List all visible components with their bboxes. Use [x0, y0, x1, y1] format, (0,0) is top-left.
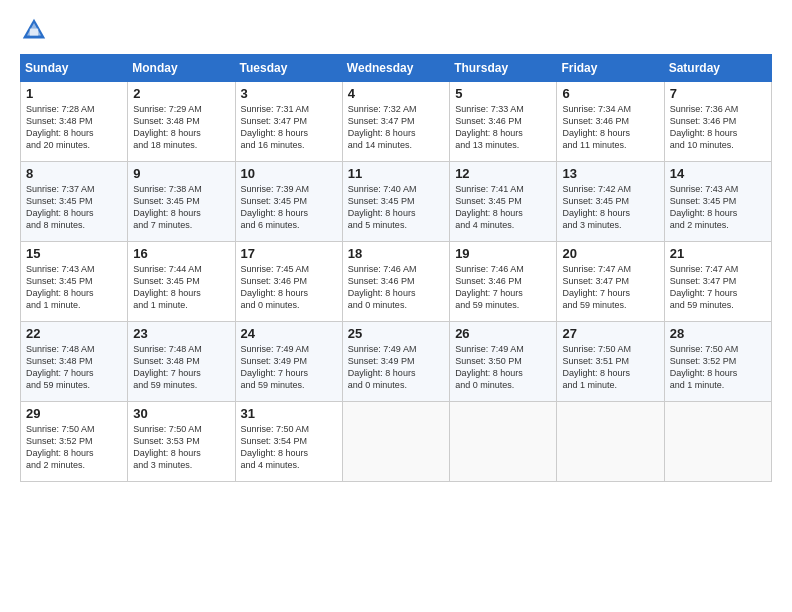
day-info: Sunrise: 7:50 AMSunset: 3:51 PMDaylight:… [562, 343, 658, 392]
day-info: Sunrise: 7:29 AMSunset: 3:48 PMDaylight:… [133, 103, 229, 152]
day-number: 18 [348, 246, 444, 261]
day-cell-31: 31Sunrise: 7:50 AMSunset: 3:54 PMDayligh… [235, 402, 342, 482]
day-info: Sunrise: 7:46 AMSunset: 3:46 PMDaylight:… [348, 263, 444, 312]
day-number: 30 [133, 406, 229, 421]
day-cell-15: 15Sunrise: 7:43 AMSunset: 3:45 PMDayligh… [21, 242, 128, 322]
day-info: Sunrise: 7:36 AMSunset: 3:46 PMDaylight:… [670, 103, 766, 152]
day-number: 26 [455, 326, 551, 341]
day-info: Sunrise: 7:41 AMSunset: 3:45 PMDaylight:… [455, 183, 551, 232]
col-header-saturday: Saturday [664, 55, 771, 82]
day-cell-25: 25Sunrise: 7:49 AMSunset: 3:49 PMDayligh… [342, 322, 449, 402]
day-info: Sunrise: 7:44 AMSunset: 3:45 PMDaylight:… [133, 263, 229, 312]
day-info: Sunrise: 7:46 AMSunset: 3:46 PMDaylight:… [455, 263, 551, 312]
day-number: 2 [133, 86, 229, 101]
day-number: 8 [26, 166, 122, 181]
day-number: 20 [562, 246, 658, 261]
day-number: 13 [562, 166, 658, 181]
day-info: Sunrise: 7:50 AMSunset: 3:52 PMDaylight:… [26, 423, 122, 472]
day-info: Sunrise: 7:40 AMSunset: 3:45 PMDaylight:… [348, 183, 444, 232]
day-info: Sunrise: 7:31 AMSunset: 3:47 PMDaylight:… [241, 103, 337, 152]
day-number: 5 [455, 86, 551, 101]
col-header-tuesday: Tuesday [235, 55, 342, 82]
day-cell-20: 20Sunrise: 7:47 AMSunset: 3:47 PMDayligh… [557, 242, 664, 322]
day-cell-13: 13Sunrise: 7:42 AMSunset: 3:45 PMDayligh… [557, 162, 664, 242]
day-info: Sunrise: 7:43 AMSunset: 3:45 PMDaylight:… [670, 183, 766, 232]
day-cell-1: 1Sunrise: 7:28 AMSunset: 3:48 PMDaylight… [21, 82, 128, 162]
header [20, 16, 772, 44]
day-number: 17 [241, 246, 337, 261]
day-number: 23 [133, 326, 229, 341]
day-cell-7: 7Sunrise: 7:36 AMSunset: 3:46 PMDaylight… [664, 82, 771, 162]
day-info: Sunrise: 7:37 AMSunset: 3:45 PMDaylight:… [26, 183, 122, 232]
day-info: Sunrise: 7:34 AMSunset: 3:46 PMDaylight:… [562, 103, 658, 152]
empty-cell [664, 402, 771, 482]
day-number: 3 [241, 86, 337, 101]
day-cell-16: 16Sunrise: 7:44 AMSunset: 3:45 PMDayligh… [128, 242, 235, 322]
day-info: Sunrise: 7:49 AMSunset: 3:49 PMDaylight:… [241, 343, 337, 392]
day-number: 31 [241, 406, 337, 421]
day-cell-4: 4Sunrise: 7:32 AMSunset: 3:47 PMDaylight… [342, 82, 449, 162]
day-number: 9 [133, 166, 229, 181]
day-info: Sunrise: 7:39 AMSunset: 3:45 PMDaylight:… [241, 183, 337, 232]
day-cell-12: 12Sunrise: 7:41 AMSunset: 3:45 PMDayligh… [450, 162, 557, 242]
day-number: 1 [26, 86, 122, 101]
day-number: 12 [455, 166, 551, 181]
day-number: 24 [241, 326, 337, 341]
day-number: 27 [562, 326, 658, 341]
day-cell-21: 21Sunrise: 7:47 AMSunset: 3:47 PMDayligh… [664, 242, 771, 322]
day-cell-22: 22Sunrise: 7:48 AMSunset: 3:48 PMDayligh… [21, 322, 128, 402]
day-number: 19 [455, 246, 551, 261]
day-cell-10: 10Sunrise: 7:39 AMSunset: 3:45 PMDayligh… [235, 162, 342, 242]
empty-cell [342, 402, 449, 482]
day-cell-11: 11Sunrise: 7:40 AMSunset: 3:45 PMDayligh… [342, 162, 449, 242]
day-info: Sunrise: 7:38 AMSunset: 3:45 PMDaylight:… [133, 183, 229, 232]
day-number: 22 [26, 326, 122, 341]
day-cell-8: 8Sunrise: 7:37 AMSunset: 3:45 PMDaylight… [21, 162, 128, 242]
day-cell-17: 17Sunrise: 7:45 AMSunset: 3:46 PMDayligh… [235, 242, 342, 322]
day-info: Sunrise: 7:33 AMSunset: 3:46 PMDaylight:… [455, 103, 551, 152]
empty-cell [450, 402, 557, 482]
day-cell-5: 5Sunrise: 7:33 AMSunset: 3:46 PMDaylight… [450, 82, 557, 162]
col-header-friday: Friday [557, 55, 664, 82]
day-info: Sunrise: 7:47 AMSunset: 3:47 PMDaylight:… [562, 263, 658, 312]
day-cell-27: 27Sunrise: 7:50 AMSunset: 3:51 PMDayligh… [557, 322, 664, 402]
day-info: Sunrise: 7:50 AMSunset: 3:54 PMDaylight:… [241, 423, 337, 472]
logo-icon [20, 16, 48, 44]
col-header-monday: Monday [128, 55, 235, 82]
day-number: 4 [348, 86, 444, 101]
day-cell-6: 6Sunrise: 7:34 AMSunset: 3:46 PMDaylight… [557, 82, 664, 162]
week-row-2: 8Sunrise: 7:37 AMSunset: 3:45 PMDaylight… [21, 162, 772, 242]
header-row: SundayMondayTuesdayWednesdayThursdayFrid… [21, 55, 772, 82]
day-info: Sunrise: 7:50 AMSunset: 3:53 PMDaylight:… [133, 423, 229, 472]
day-number: 28 [670, 326, 766, 341]
logo [20, 16, 52, 44]
day-info: Sunrise: 7:43 AMSunset: 3:45 PMDaylight:… [26, 263, 122, 312]
col-header-sunday: Sunday [21, 55, 128, 82]
day-number: 11 [348, 166, 444, 181]
day-info: Sunrise: 7:49 AMSunset: 3:49 PMDaylight:… [348, 343, 444, 392]
day-number: 7 [670, 86, 766, 101]
day-number: 29 [26, 406, 122, 421]
page: SundayMondayTuesdayWednesdayThursdayFrid… [0, 0, 792, 612]
day-cell-18: 18Sunrise: 7:46 AMSunset: 3:46 PMDayligh… [342, 242, 449, 322]
day-cell-14: 14Sunrise: 7:43 AMSunset: 3:45 PMDayligh… [664, 162, 771, 242]
day-cell-30: 30Sunrise: 7:50 AMSunset: 3:53 PMDayligh… [128, 402, 235, 482]
day-cell-29: 29Sunrise: 7:50 AMSunset: 3:52 PMDayligh… [21, 402, 128, 482]
day-info: Sunrise: 7:47 AMSunset: 3:47 PMDaylight:… [670, 263, 766, 312]
col-header-thursday: Thursday [450, 55, 557, 82]
day-info: Sunrise: 7:28 AMSunset: 3:48 PMDaylight:… [26, 103, 122, 152]
day-number: 14 [670, 166, 766, 181]
calendar-table: SundayMondayTuesdayWednesdayThursdayFrid… [20, 54, 772, 482]
day-info: Sunrise: 7:48 AMSunset: 3:48 PMDaylight:… [133, 343, 229, 392]
week-row-1: 1Sunrise: 7:28 AMSunset: 3:48 PMDaylight… [21, 82, 772, 162]
day-number: 16 [133, 246, 229, 261]
day-cell-28: 28Sunrise: 7:50 AMSunset: 3:52 PMDayligh… [664, 322, 771, 402]
day-info: Sunrise: 7:49 AMSunset: 3:50 PMDaylight:… [455, 343, 551, 392]
svg-rect-2 [30, 29, 38, 36]
day-cell-9: 9Sunrise: 7:38 AMSunset: 3:45 PMDaylight… [128, 162, 235, 242]
week-row-3: 15Sunrise: 7:43 AMSunset: 3:45 PMDayligh… [21, 242, 772, 322]
day-cell-2: 2Sunrise: 7:29 AMSunset: 3:48 PMDaylight… [128, 82, 235, 162]
day-number: 21 [670, 246, 766, 261]
day-info: Sunrise: 7:50 AMSunset: 3:52 PMDaylight:… [670, 343, 766, 392]
day-cell-19: 19Sunrise: 7:46 AMSunset: 3:46 PMDayligh… [450, 242, 557, 322]
